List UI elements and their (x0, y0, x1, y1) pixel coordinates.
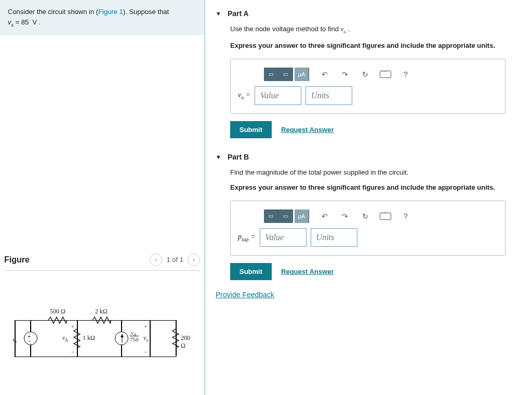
part-a-section: ▼ Part A Use the node voltage method to … (216, 5, 522, 138)
part-a-units-input[interactable] (305, 86, 352, 105)
tool-mu-button[interactable]: μA (295, 209, 309, 223)
tool-fraction-icon[interactable]: ▭ (278, 209, 293, 223)
right-panel: ▼ Part A Use the node voltage method to … (205, 0, 532, 395)
part-b-variable-label: psup = (238, 233, 256, 242)
figure-title: Figure (4, 255, 30, 265)
problem-text-pre: Consider the circuit shown in ( (8, 8, 98, 16)
provide-feedback-link[interactable]: Provide Feedback (216, 291, 522, 299)
figure-next-button[interactable]: › (188, 254, 200, 266)
circuit-diagram: 500 Ω 2 kΩ + − vs + − vΔ 1 (4, 299, 200, 383)
tool-fraction-icon[interactable]: ▭ (278, 68, 293, 81)
figure-prev-button[interactable]: ‹ (150, 254, 162, 266)
part-a-answer-box: ▭ ▭ μA ↶ ↷ ↻ ? vo = (230, 59, 506, 114)
problem-statement: Consider the circuit shown in (Figure 1)… (0, 0, 204, 35)
caret-down-icon: ▼ (216, 154, 221, 160)
left-panel: Consider the circuit shown in (Figure 1)… (0, 0, 205, 395)
part-b-title: Part B (228, 153, 249, 161)
vs-source: + − (24, 332, 37, 345)
part-b-instruction: Find the magnitude of the total power su… (230, 168, 522, 176)
part-a-variable-label: vo = (238, 91, 250, 100)
redo-icon[interactable]: ↷ (338, 210, 352, 222)
vo-plus: + (144, 323, 147, 330)
figure-nav-text: 1 of 1 (166, 256, 183, 264)
r3-label: 1 kΩ (83, 334, 95, 342)
ccvs-source (115, 332, 128, 345)
part-b-units-input[interactable] (311, 228, 357, 247)
help-icon[interactable]: ? (399, 210, 413, 222)
redo-icon[interactable]: ↷ (338, 68, 352, 81)
part-b-answer-box: ▭ ▭ μA ↶ ↷ ↻ ? psup = (230, 201, 506, 256)
caret-down-icon: ▼ (216, 10, 221, 17)
tool-mu-button[interactable]: μA (295, 68, 309, 81)
part-a-submit-row: Submit Request Answer (230, 121, 522, 138)
undo-icon[interactable]: ↶ (318, 210, 331, 222)
part-b-section: ▼ Part B Find the magnitude of the total… (216, 149, 522, 280)
part-b-submit-row: Submit Request Answer (230, 263, 522, 280)
ccvs-denom: 750 (130, 336, 139, 343)
vs-label: vs (12, 336, 17, 344)
part-b-bold-instruction: Express your answer to three significant… (230, 183, 522, 191)
part-a-title: Part A (228, 9, 249, 18)
part-a-input-row: vo = (238, 86, 498, 105)
r4-label: 200 Ω (181, 334, 191, 350)
problem-text-post: ). Suppose that (123, 8, 169, 16)
part-b-header[interactable]: ▼ Part B (216, 149, 522, 165)
tool-template-icon[interactable]: ▭ (264, 68, 278, 81)
figure-nav: ‹ 1 of 1 › (150, 254, 200, 266)
reset-icon[interactable]: ↻ (358, 68, 372, 81)
figure-link[interactable]: Figure 1 (98, 8, 123, 16)
part-b-input-row: psup = (238, 228, 498, 247)
reset-icon[interactable]: ↻ (358, 210, 372, 222)
help-icon[interactable]: ? (399, 68, 413, 81)
undo-icon[interactable]: ↶ (318, 68, 331, 81)
figure-section: Figure ‹ 1 of 1 › (0, 254, 204, 383)
vo-minus: − (144, 349, 147, 355)
vo-label: vo (143, 334, 149, 343)
part-a-submit-button[interactable]: Submit (230, 121, 272, 138)
part-a-value-input[interactable] (255, 86, 301, 105)
figure-header: Figure ‹ 1 of 1 › (4, 254, 200, 271)
part-b-value-input[interactable] (260, 228, 307, 247)
part-a-header[interactable]: ▼ Part A (216, 5, 522, 22)
part-a-request-answer-link[interactable]: Request Answer (281, 126, 334, 134)
part-a-toolbar: ▭ ▭ μA ↶ ↷ ↻ ? (264, 68, 498, 81)
keyboard-icon[interactable] (379, 68, 392, 81)
part-a-bold-instruction: Express your answer to three significant… (230, 42, 522, 49)
part-b-toolbar: ▭ ▭ μA ↶ ↷ ↻ ? (264, 209, 498, 223)
part-b-request-answer-link[interactable]: Request Answer (281, 268, 334, 275)
keyboard-icon[interactable] (379, 210, 392, 222)
tool-template-icon[interactable]: ▭ (264, 209, 278, 223)
r1-label: 500 Ω (50, 308, 65, 315)
part-b-submit-button[interactable]: Submit (230, 263, 272, 280)
part-a-instruction: Use the node voltage method to find vo . (230, 25, 522, 34)
vdelta-label: vΔ (62, 334, 68, 343)
problem-equation: vs = 85 V . (8, 18, 41, 26)
vdelta-plus: + (71, 323, 74, 330)
vdelta-minus: − (71, 349, 74, 355)
r2-label: 2 kΩ (95, 308, 108, 315)
